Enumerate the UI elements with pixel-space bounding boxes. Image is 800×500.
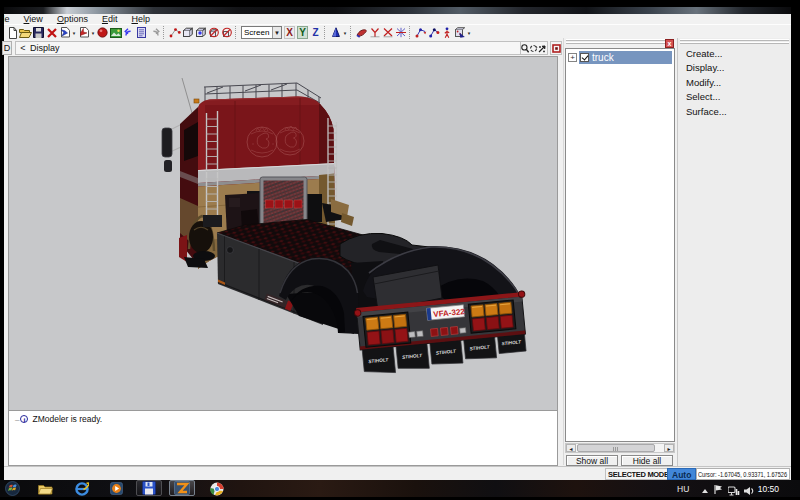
- taskbar-mediaplayer-icon[interactable]: [109, 481, 124, 496]
- toolbar-separator: [409, 26, 413, 39]
- window-titlebar[interactable]: [4, 7, 791, 14]
- toolbar-separator: [235, 26, 239, 39]
- truck-marker-light: [354, 309, 361, 316]
- panel-grip[interactable]: [680, 39, 789, 41]
- axis-y-button[interactable]: Y: [297, 26, 308, 39]
- truck-mirror: [162, 124, 182, 172]
- panel-grip[interactable]: [680, 42, 789, 44]
- axes-cone-icon[interactable]: [329, 25, 342, 40]
- export-icon[interactable]: [77, 25, 90, 40]
- commands-menu: Create... Display... Modify... Select...…: [678, 46, 791, 119]
- tree-node-truck[interactable]: + truck: [566, 51, 674, 64]
- truck-marker-light: [518, 291, 525, 298]
- viewport-3d[interactable]: STIHOLT STIHOLT STIHOLT STIHOLT STIHOLT: [8, 56, 558, 410]
- texture-image-icon[interactable]: [109, 25, 122, 40]
- menu-create[interactable]: Create...: [678, 46, 791, 61]
- log-message: ZModeler is ready.: [32, 414, 102, 424]
- freeze-mode-icon[interactable]: [220, 25, 233, 40]
- gizmo-rotate-icon[interactable]: [427, 25, 440, 40]
- view-tools: [521, 41, 548, 55]
- save-file-icon[interactable]: [32, 25, 45, 40]
- rotate-all-icon[interactable]: [394, 25, 407, 40]
- scroll-right-icon[interactable]: ►: [664, 444, 674, 452]
- scroll-thumb[interactable]: [577, 444, 655, 452]
- start-button[interactable]: [5, 481, 20, 496]
- back-arrow-icon[interactable]: <: [16, 43, 30, 53]
- visibility-checkbox[interactable]: [580, 53, 589, 62]
- menu-help[interactable]: Help: [124, 15, 157, 24]
- action-center-flag-icon[interactable]: [710, 482, 725, 497]
- taskbar-clock[interactable]: 10:50: [758, 484, 779, 494]
- notepad-icon[interactable]: [135, 25, 148, 40]
- new-file-icon[interactable]: [6, 25, 19, 40]
- scroll-track[interactable]: [655, 444, 664, 452]
- import-icon[interactable]: [58, 25, 71, 40]
- axes-caret-icon[interactable]: ▾: [342, 25, 348, 40]
- menu-edit[interactable]: Edit: [95, 15, 125, 24]
- gizmo-move-icon[interactable]: [414, 25, 427, 40]
- language-indicator[interactable]: HU: [677, 484, 689, 494]
- paint-icon[interactable]: [355, 25, 368, 40]
- orbit-icon[interactable]: [529, 44, 538, 53]
- screen-combo[interactable]: Screen▼: [241, 26, 282, 39]
- panel-grip[interactable]: [566, 42, 673, 44]
- panel-grip[interactable]: [566, 39, 673, 41]
- windows-taskbar: HU 10:50: [0, 480, 800, 497]
- taskbar-chrome-icon[interactable]: [209, 481, 224, 496]
- menu-surface[interactable]: Surface...: [678, 104, 791, 119]
- cursor-coordinates-text: Cursor: -1.67045, 0.93371, 1.67526: [698, 469, 787, 480]
- menu-select[interactable]: Select...: [678, 90, 791, 105]
- toolbar-separator: [324, 26, 328, 39]
- hide-mode-icon[interactable]: [207, 25, 220, 40]
- menu-options[interactable]: Options: [50, 15, 95, 24]
- taskbar-folder-icon[interactable]: [38, 481, 53, 496]
- open-file-icon[interactable]: [19, 25, 32, 40]
- delete-icon[interactable]: [45, 25, 58, 40]
- walk-mode-icon[interactable]: [440, 25, 453, 40]
- volume-icon[interactable]: [742, 483, 757, 498]
- taskbar-floppy-app[interactable]: [136, 480, 162, 496]
- log-tree-dash: –: [15, 415, 19, 424]
- view-mode-button[interactable]: D: [2, 41, 12, 55]
- menu-file[interactable]: File: [4, 15, 17, 24]
- rotate-x-icon[interactable]: [381, 25, 394, 40]
- menu-bar: File View Options Edit Help: [4, 14, 791, 24]
- local-axes-button[interactable]: [550, 41, 562, 55]
- taskbar-zmodeler-app[interactable]: [169, 480, 195, 496]
- scroll-left-icon[interactable]: ◄: [566, 444, 576, 452]
- redo-icon[interactable]: [148, 25, 161, 40]
- record-icon[interactable]: [96, 25, 109, 40]
- pan-icon[interactable]: [538, 44, 547, 53]
- log-line: – i ZModeler is ready.: [15, 414, 557, 424]
- menu-modify[interactable]: Modify...: [678, 75, 791, 90]
- dice-icon[interactable]: [453, 25, 466, 40]
- scene-tree: + truck: [565, 48, 675, 442]
- faces-mode-icon[interactable]: [181, 25, 194, 40]
- axis-z-button[interactable]: Z: [310, 26, 321, 39]
- expand-icon[interactable]: +: [568, 53, 577, 62]
- tree-hscrollbar[interactable]: ◄ ►: [565, 443, 675, 453]
- zoom-icon[interactable]: [521, 44, 529, 53]
- network-icon[interactable]: [726, 483, 741, 498]
- scene-tree-panel: x + truck ◄ ► Show all Hide all: [563, 38, 675, 465]
- vertices-mode-icon[interactable]: [168, 25, 181, 40]
- combo-dropdown-icon[interactable]: ▼: [272, 27, 281, 38]
- menu-view[interactable]: View: [17, 15, 50, 24]
- objects-mode-icon[interactable]: [194, 25, 207, 40]
- show-all-button[interactable]: Show all: [566, 455, 618, 466]
- desktop-screen: File View Options Edit Help ▾ ▾: [0, 0, 800, 500]
- menu-display[interactable]: Display...: [678, 61, 791, 76]
- axis-x-button[interactable]: X: [284, 26, 295, 39]
- dice-caret-icon[interactable]: ▾: [466, 25, 472, 40]
- commands-menu-panel: Create... Display... Modify... Select...…: [677, 38, 791, 466]
- display-bar[interactable]: < Display: [15, 41, 521, 55]
- auto-badge[interactable]: Auto: [667, 468, 696, 480]
- close-icon[interactable]: x: [665, 39, 674, 48]
- info-icon: i: [20, 415, 28, 423]
- undo-icon[interactable]: [122, 25, 135, 40]
- truck-antenna: [182, 78, 192, 113]
- rotate-y-icon[interactable]: [368, 25, 381, 40]
- taskbar-ie-icon[interactable]: [74, 481, 89, 496]
- hide-all-button[interactable]: Hide all: [621, 455, 673, 466]
- tree-node-selected[interactable]: truck: [579, 51, 672, 64]
